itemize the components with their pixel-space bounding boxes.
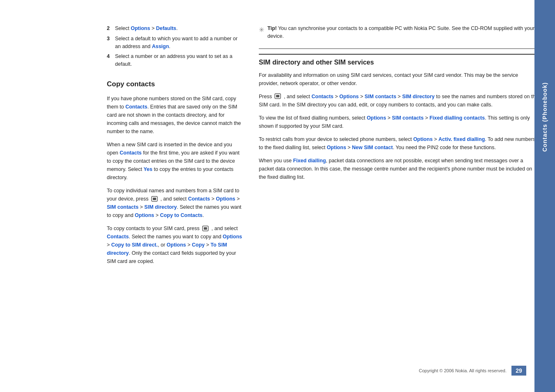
svg-rect-3 [204, 227, 207, 230]
sim-section-heading: SIM directory and other SIM services [259, 54, 539, 66]
list-text-4: Select a number or an address you want t… [115, 53, 242, 68]
copy-contacts-para-4: To copy contacts to your SIM card, press… [107, 224, 242, 265]
tip-text: Tip! You can synchronise your contacts t… [267, 25, 539, 40]
sim-contacts-link-2[interactable]: SIM contacts [365, 94, 396, 99]
contacts-link-4[interactable]: Contacts [107, 234, 129, 240]
fixed-dialling-link[interactable]: Fixed dialling contacts [429, 115, 485, 121]
tip-box: ✳ Tip! You can synchronise your contacts… [259, 25, 539, 40]
tip-label: Tip! [267, 25, 277, 31]
sim-contacts-link-3[interactable]: SIM contacts [392, 115, 424, 121]
main-content: 2 Select Options > Defaults. 3 Select a … [0, 0, 555, 392]
sidebar-tab: Contacts (Phonebook) [534, 0, 555, 392]
page-number-box: 29 [511, 366, 526, 376]
contacts-link-1[interactable]: Contacts [125, 104, 147, 110]
new-sim-contact-link[interactable]: New SIM contact [352, 145, 393, 150]
list-num-2: 2 [107, 25, 113, 32]
yes-link[interactable]: Yes [143, 166, 152, 172]
copy-contacts-para-2: When a new SIM card is inserted in the d… [107, 141, 242, 182]
copy-contacts-para-1: If you have phone numbers stored on the … [107, 95, 242, 136]
svg-rect-1 [153, 198, 156, 200]
options-link-6[interactable]: Options [339, 94, 359, 99]
phone-icon-2 [202, 226, 209, 231]
page-number-area: Copyright © 2006 Nokia. All rights reser… [419, 366, 526, 376]
sim-contacts-link-1[interactable]: SIM contacts [107, 204, 138, 210]
sidebar-tab-label: Contacts (Phonebook) [541, 82, 548, 152]
options-link-7[interactable]: Options [367, 115, 386, 121]
copy-to-contacts-link[interactable]: Copy to Contacts [160, 212, 203, 218]
contacts-link-5[interactable]: Contacts [311, 94, 333, 99]
list-num-4: 4 [107, 53, 113, 68]
svg-rect-5 [276, 95, 279, 97]
options-link-9[interactable]: Options [327, 145, 346, 150]
sim-directory-link-1[interactable]: SIM directory [144, 204, 177, 210]
list-item-2: 2 Select Options > Defaults. [107, 25, 242, 32]
right-column: ✳ Tip! You can synchronise your contacts… [259, 25, 539, 376]
sim-para-5: When you use Fixed dialling, packet data… [259, 157, 539, 181]
list-text-3: Select a default to which you want to ad… [115, 35, 242, 51]
options-link-3[interactable]: Options [135, 212, 154, 218]
defaults-link[interactable]: Defaults [156, 25, 176, 31]
list-num-3: 3 [107, 35, 113, 51]
copy-sim-direct-link[interactable]: Copy to SIM direct. [111, 242, 158, 248]
options-link-5[interactable]: Options [167, 242, 186, 248]
contacts-link-2[interactable]: Contacts [120, 150, 141, 156]
options-link-8[interactable]: Options [413, 136, 433, 142]
options-link-2[interactable]: Options [216, 196, 235, 202]
section-divider [259, 48, 539, 49]
sim-para-1: For availability and information on usin… [259, 71, 539, 88]
options-link-1[interactable]: Options [131, 25, 150, 31]
sim-directory-link-2[interactable]: SIM directory [402, 94, 435, 99]
sim-para-3: To view the list of fixed dialling numbe… [259, 114, 539, 130]
copy-to-sim-link[interactable]: Copy [192, 242, 205, 248]
assign-link[interactable]: Assign [152, 44, 169, 49]
page-container: 2 Select Options > Defaults. 3 Select a … [0, 0, 555, 392]
activ-fixed-link[interactable]: Activ. fixed dialling [438, 136, 485, 142]
left-column: 2 Select Options > Defaults. 3 Select a … [107, 25, 242, 376]
options-link-4[interactable]: Options [223, 234, 242, 240]
list-text-2: Select Options > Defaults. [115, 25, 242, 32]
contacts-link-3[interactable]: Contacts [188, 196, 210, 202]
sim-para-2: Press , and select Contacts > Options > … [259, 92, 539, 109]
phone-icon-3 [274, 93, 281, 99]
tip-icon: ✳ [259, 25, 264, 35]
list-item-4: 4 Select a number or an address you want… [107, 53, 242, 68]
copy-contacts-para-3: To copy individual names and numbers fro… [107, 187, 242, 219]
list-item-3: 3 Select a default to which you want to … [107, 35, 242, 51]
copyright-text: Copyright © 2006 Nokia. All rights reser… [419, 368, 507, 373]
phone-icon-1 [151, 196, 158, 202]
copy-contacts-heading: Copy contacts [107, 80, 242, 89]
fixed-dialling-link-2[interactable]: Fixed dialling [293, 158, 326, 164]
numbered-list: 2 Select Options > Defaults. 3 Select a … [107, 25, 242, 68]
sim-para-4: To restrict calls from your device to se… [259, 135, 539, 152]
